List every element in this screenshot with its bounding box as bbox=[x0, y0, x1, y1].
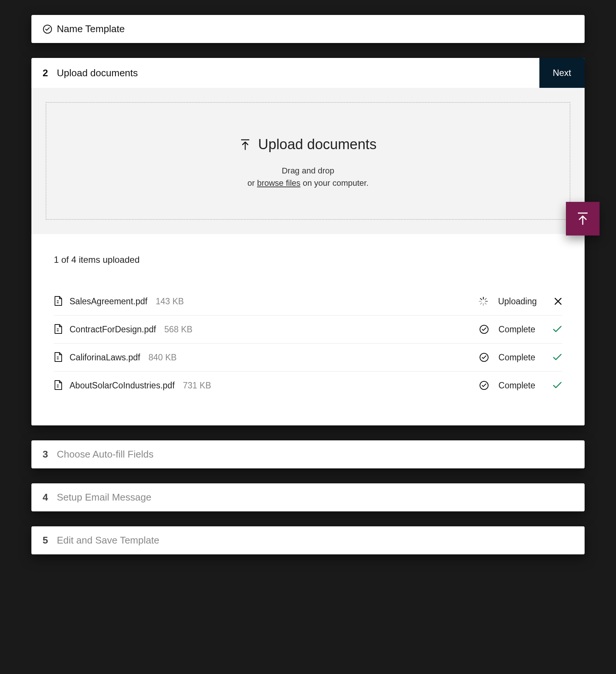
file-name: ContractForDesign.pdf bbox=[70, 324, 156, 335]
step-name-template[interactable]: Name Template bbox=[31, 15, 585, 43]
check-circle-icon bbox=[43, 24, 57, 34]
step-setup-email[interactable]: 4 Setup Email Message bbox=[31, 483, 585, 511]
step-title: Edit and Save Template bbox=[57, 535, 573, 546]
step-upload-documents: 2 Upload documents Next Upload documents… bbox=[31, 58, 585, 425]
file-row: ContractForDesign.pdf568 KBComplete bbox=[54, 316, 562, 344]
step-number: 2 bbox=[43, 67, 57, 79]
checkmark-icon bbox=[552, 382, 562, 389]
svg-line-9 bbox=[485, 303, 487, 304]
file-size: 840 KB bbox=[148, 353, 176, 363]
next-button[interactable]: Next bbox=[539, 58, 585, 88]
check-circle-icon bbox=[479, 353, 489, 362]
upload-status-label: Uploading bbox=[498, 296, 537, 307]
dropzone-sub-prefix: or bbox=[247, 178, 257, 188]
step-edit-save[interactable]: 5 Edit and Save Template bbox=[31, 526, 585, 554]
file-row: SalesAgreement.pdf143 KBUploading bbox=[54, 287, 562, 316]
file-name: CaliforinaLaws.pdf bbox=[70, 353, 140, 363]
upload-count-header: 1 of 4 items uploaded bbox=[54, 255, 562, 265]
check-circle-icon bbox=[479, 381, 489, 390]
step-number: 4 bbox=[43, 492, 57, 503]
document-icon bbox=[54, 380, 64, 391]
check-circle-icon bbox=[479, 324, 489, 334]
upload-icon bbox=[576, 211, 590, 227]
document-icon bbox=[54, 324, 64, 335]
step-title: Upload documents bbox=[57, 67, 539, 79]
step-number: 3 bbox=[43, 449, 57, 460]
svg-line-8 bbox=[481, 298, 482, 300]
step-choose-autofill[interactable]: 3 Choose Auto-fill Fields bbox=[31, 440, 585, 468]
svg-line-11 bbox=[485, 298, 487, 300]
document-icon bbox=[54, 296, 64, 307]
file-name: SalesAgreement.pdf bbox=[70, 296, 147, 307]
file-name: AboutSolarCoIndustries.pdf bbox=[70, 381, 175, 391]
upload-status-label: Complete bbox=[499, 324, 535, 335]
file-size: 731 KB bbox=[183, 381, 211, 391]
step-number: 5 bbox=[43, 535, 57, 546]
dropzone-title: Upload documents bbox=[258, 136, 377, 153]
cancel-upload-button[interactable] bbox=[554, 297, 562, 305]
step-title: Choose Auto-fill Fields bbox=[57, 449, 573, 460]
step-title: Name Template bbox=[57, 23, 573, 35]
file-row: AboutSolarCoIndustries.pdf731 KBComplete bbox=[54, 372, 562, 399]
file-size: 143 KB bbox=[155, 296, 184, 307]
dropzone-sub-suffix: on your computer. bbox=[301, 178, 369, 188]
upload-dropzone[interactable]: Upload documents Drag and drop or browse… bbox=[46, 102, 570, 220]
step-title: Setup Email Message bbox=[57, 492, 573, 503]
browse-files-link[interactable]: browse files bbox=[257, 178, 301, 188]
checkmark-icon bbox=[552, 354, 562, 361]
upload-status-label: Complete bbox=[499, 381, 535, 391]
svg-line-10 bbox=[481, 303, 482, 304]
floating-upload-button[interactable] bbox=[566, 202, 600, 236]
dropzone-sub-line1: Drag and drop bbox=[54, 164, 562, 177]
checkmark-icon bbox=[552, 326, 562, 333]
document-icon bbox=[54, 352, 64, 363]
file-size: 568 KB bbox=[164, 324, 192, 335]
upload-status-label: Complete bbox=[499, 353, 535, 363]
file-row: CaliforinaLaws.pdf840 KBComplete bbox=[54, 344, 562, 372]
upload-icon bbox=[240, 138, 251, 151]
spinner-icon bbox=[478, 296, 488, 306]
